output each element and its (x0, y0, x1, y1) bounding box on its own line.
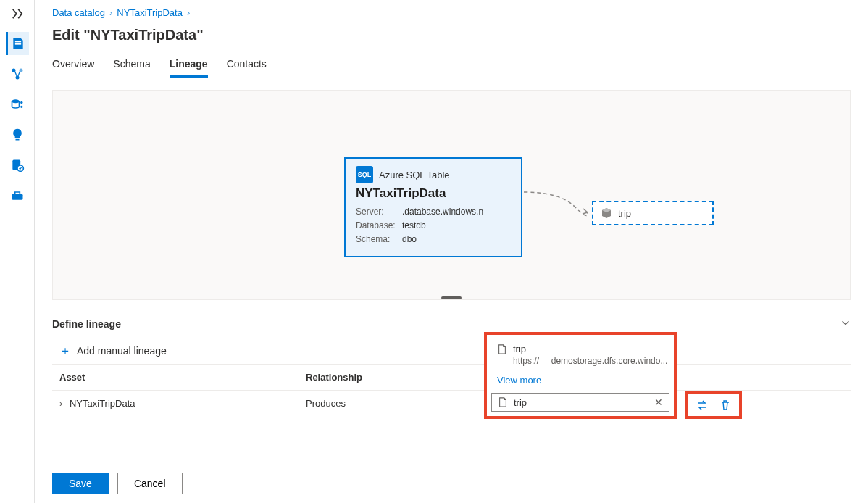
lineage-edge (524, 185, 596, 221)
nav-insights[interactable] (6, 123, 29, 146)
resize-handle[interactable] (441, 296, 462, 299)
file-icon (497, 344, 507, 354)
delete-button[interactable] (717, 397, 733, 413)
result-name: trip (513, 344, 526, 354)
nav-sources[interactable] (6, 93, 29, 116)
svg-rect-0 (15, 43, 21, 45)
nav-data-catalog[interactable] (6, 32, 29, 55)
schema-label: Schema: (356, 233, 399, 246)
result-path: https:// demostorage.dfs.core.windo... (487, 356, 674, 370)
view-more-link[interactable]: View more (487, 370, 674, 393)
tab-lineage[interactable]: Lineage (170, 55, 208, 78)
asset-search-input[interactable]: trip ✕ (491, 393, 669, 412)
clear-icon[interactable]: ✕ (654, 396, 663, 408)
lineage-canvas[interactable]: SQL Azure SQL Table NYTaxiTripData Serve… (52, 90, 851, 300)
tab-overview[interactable]: Overview (52, 55, 94, 78)
svg-point-6 (20, 106, 22, 108)
node-name: NYTaxiTripData (356, 186, 511, 201)
breadcrumb: Data catalog › NYTaxiTripData › (52, 0, 851, 22)
breadcrumb-asset[interactable]: NYTaxiTripData (117, 7, 183, 18)
database-label: Database: (356, 219, 399, 233)
footer-actions: Save Cancel (52, 473, 183, 494)
save-button[interactable]: Save (52, 473, 109, 494)
server-label: Server: (356, 205, 399, 219)
row-actions (685, 391, 742, 419)
file-icon (498, 397, 508, 407)
cancel-button[interactable]: Cancel (117, 473, 183, 494)
asset-search-popup: trip https:// demostorage.dfs.core.windo… (484, 332, 677, 419)
chevron-down-icon[interactable] (840, 317, 851, 330)
tab-contacts[interactable]: Contacts (227, 55, 267, 78)
input-value: trip (514, 397, 648, 408)
search-result-item[interactable]: trip (487, 338, 674, 356)
lineage-node-target[interactable]: trip (592, 201, 714, 225)
expand-rail-icon[interactable] (7, 3, 28, 25)
col-asset: Asset (59, 372, 306, 383)
chevron-right-icon: › (187, 7, 190, 18)
nav-policy[interactable] (6, 154, 29, 177)
node-type-label: Azure SQL Table (379, 170, 450, 180)
server-value: .database.windows.n (402, 205, 483, 219)
nav-management[interactable] (6, 184, 29, 207)
svg-point-7 (20, 101, 22, 104)
svg-rect-11 (12, 194, 22, 200)
target-node-name: trip (618, 208, 631, 219)
section-title: Define lineage (52, 318, 121, 330)
nav-data-map[interactable] (6, 62, 29, 86)
table-headers: Asset Relationship (52, 365, 851, 391)
svg-rect-1 (15, 41, 21, 43)
add-manual-lineage-button[interactable]: ＋ Add manual lineage (52, 336, 851, 365)
plus-icon: ＋ (59, 345, 71, 357)
page-title: Edit "NYTaxiTripData" (52, 22, 851, 55)
chevron-right-icon: › (109, 7, 112, 18)
sql-icon: SQL (356, 166, 373, 183)
database-value: testdb (402, 219, 426, 233)
row-asset: NYTaxiTripData (70, 398, 135, 409)
tab-schema[interactable]: Schema (113, 55, 150, 78)
svg-point-5 (12, 99, 19, 103)
tabs: Overview Schema Lineage Contacts (52, 55, 851, 78)
svg-rect-8 (15, 139, 19, 141)
schema-value: dbo (402, 233, 417, 246)
swap-direction-button[interactable] (694, 397, 710, 413)
nav-rail (0, 0, 35, 503)
svg-point-4 (15, 76, 19, 80)
breadcrumb-root[interactable]: Data catalog (52, 7, 105, 18)
lineage-node-source[interactable]: SQL Azure SQL Table NYTaxiTripData Serve… (344, 157, 522, 257)
add-label: Add manual lineage (77, 345, 167, 357)
file-icon (601, 207, 612, 219)
chevron-right-icon[interactable]: › (59, 398, 62, 409)
